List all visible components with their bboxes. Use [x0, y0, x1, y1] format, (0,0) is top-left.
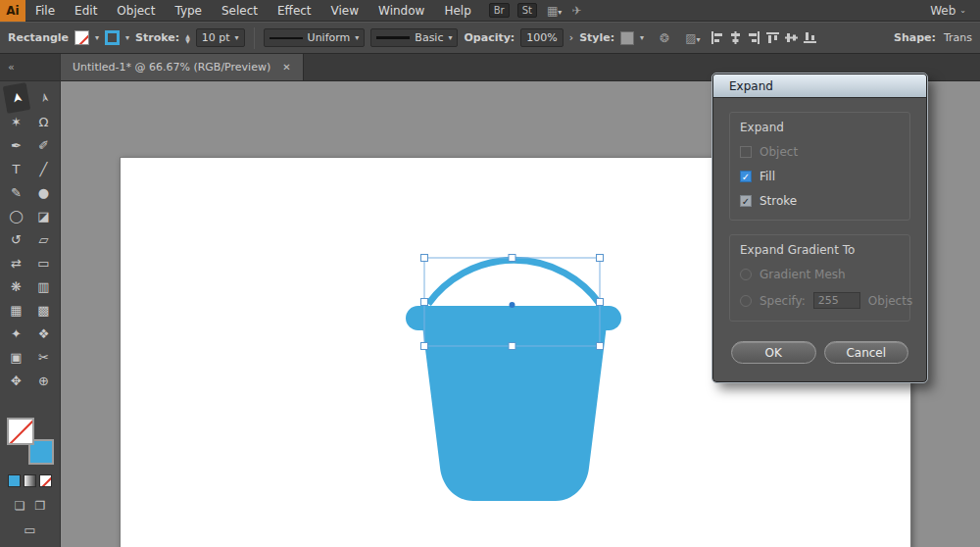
width-tool[interactable]: ⇄ [3, 251, 30, 274]
paintbrush-tool[interactable]: ✐ [30, 133, 58, 157]
opacity-dropdown[interactable]: 100% [520, 28, 563, 47]
align-bottom-icon[interactable] [804, 31, 817, 45]
eyedropper-tool[interactable]: ✦ [3, 322, 30, 345]
fill-color-swatch[interactable] [7, 418, 34, 445]
menu-type[interactable]: Type [165, 4, 212, 18]
type-tool[interactable]: T [3, 157, 30, 180]
close-icon[interactable]: ✕ [282, 62, 290, 73]
scale-tool[interactable]: ▱ [30, 227, 58, 251]
menu-edit[interactable]: Edit [65, 4, 107, 18]
graph-tool[interactable]: ▥ [30, 274, 58, 298]
mesh-tool[interactable]: ▦ [3, 298, 30, 322]
menu-window[interactable]: Window [368, 4, 434, 18]
blend-tool[interactable]: ❖ [30, 322, 58, 345]
draw-behind-icon[interactable]: ❐ [35, 499, 46, 513]
cancel-button[interactable]: Cancel [824, 341, 909, 364]
specify-radio[interactable] [740, 295, 752, 307]
ok-button[interactable]: OK [731, 341, 816, 364]
menu-help[interactable]: Help [434, 4, 480, 18]
menu-file[interactable]: File [25, 4, 65, 18]
option-object[interactable]: Object [740, 145, 900, 159]
zoom-tool[interactable]: ⊕ [30, 369, 58, 392]
stepper-down-icon[interactable]: ▼ [185, 38, 190, 43]
workspace-switcher[interactable]: Web ⌄ [930, 4, 980, 18]
stroke-swatch[interactable] [105, 30, 120, 45]
align-right-icon[interactable] [748, 31, 761, 45]
stroke-caret-icon[interactable]: ▾ [125, 33, 129, 42]
transform-button[interactable]: Trans [944, 31, 972, 44]
style-caret-icon[interactable]: ▾ [640, 33, 644, 42]
artboard-tool[interactable]: ▣ [3, 345, 30, 369]
blob-brush-tool[interactable]: ● [30, 180, 58, 204]
color-mode-row [0, 474, 60, 487]
option-fill[interactable]: ✓ Fill [740, 170, 900, 183]
menu-effect[interactable]: Effect [268, 4, 321, 18]
dialog-title-bar[interactable]: Expand [713, 75, 926, 98]
collapse-panel-icon[interactable]: « [8, 61, 15, 74]
option-specify[interactable]: Specify: Objects [740, 292, 900, 309]
hand-tool[interactable]: ✥ [3, 369, 30, 392]
style-swatch[interactable] [620, 31, 634, 45]
bridge-button[interactable]: Br [489, 3, 510, 18]
style-label: Style: [579, 31, 614, 44]
stroke-checkbox[interactable]: ✓ [740, 195, 752, 207]
arrange-documents-icon[interactable]: ▦▾ [547, 4, 562, 18]
document-setup-icon[interactable]: ▨▾ [685, 31, 700, 45]
specify-input[interactable] [813, 292, 860, 309]
object-checkbox[interactable] [740, 146, 752, 158]
option-gradient-mesh[interactable]: Gradient Mesh [740, 268, 900, 281]
stroke-stepper[interactable]: ▲ ▼ [185, 33, 190, 43]
stroke-weight-dropdown[interactable]: 10 pt ▾ [196, 28, 245, 47]
color-button[interactable] [8, 474, 21, 487]
menu-view[interactable]: View [321, 4, 368, 18]
line-segment-tool[interactable]: ╱ [30, 157, 58, 180]
launch-icon[interactable]: ✈ [571, 4, 581, 18]
workspace-label: Web [930, 4, 956, 18]
expand-options-group: Expand Object ✓ Fill ✓ Stroke [729, 112, 910, 221]
rotate-tool[interactable]: ↺ [3, 227, 30, 251]
gradient-button[interactable] [24, 474, 36, 487]
expand-section-label: Expand [740, 121, 900, 134]
fill-label: Fill [760, 170, 775, 183]
menubar: Ai File Edit Object Type Select Effect V… [0, 0, 980, 22]
chevron-down-icon: ▾ [448, 33, 452, 42]
fill-checkbox[interactable]: ✓ [740, 171, 752, 182]
slice-tool[interactable]: ✂ [30, 345, 58, 369]
app-logo-icon: Ai [0, 0, 25, 22]
option-stroke[interactable]: ✓ Stroke [740, 194, 900, 208]
chevron-down-icon: ▾ [355, 33, 359, 42]
align-left-icon[interactable] [710, 31, 724, 45]
direct-selection-tool[interactable]: ➢ [29, 82, 57, 114]
magic-wand-tool[interactable]: ✶ [3, 110, 30, 133]
none-button[interactable] [39, 474, 52, 487]
draw-normal-icon[interactable]: ❏ [15, 499, 25, 513]
eraser-tool[interactable]: ◪ [30, 204, 58, 227]
pen-tool[interactable]: ✒ [3, 133, 30, 157]
selection-tool[interactable]: ➤ [2, 82, 29, 114]
gradient-mesh-radio[interactable] [740, 269, 752, 280]
opacity-more-icon[interactable]: › [569, 31, 573, 44]
gradient-tool[interactable]: ▩ [30, 298, 58, 322]
align-top-icon[interactable] [766, 31, 780, 45]
symbol-sprayer-tool[interactable]: ❋ [3, 274, 30, 298]
screen-mode-row: ▭ [0, 522, 60, 537]
align-middle-icon[interactable] [785, 31, 799, 45]
ellipse-tool[interactable]: ◯ [3, 204, 30, 227]
align-center-icon[interactable] [729, 31, 743, 45]
fill-swatch[interactable] [74, 30, 89, 45]
menu-object[interactable]: Object [107, 4, 165, 18]
width-profile-dropdown[interactable]: Uniform ▾ [264, 28, 366, 47]
stroke-label: Stroke [760, 194, 797, 208]
document-tab[interactable]: Untitled-1* @ 66.67% (RGB/Preview) ✕ [61, 54, 304, 80]
globe-icon[interactable]: ❂ [660, 31, 669, 45]
opacity-label: Opacity: [464, 31, 514, 44]
menu-select[interactable]: Select [212, 4, 268, 18]
fill-caret-icon[interactable]: ▾ [95, 33, 99, 42]
chevron-down-icon: ⌄ [959, 6, 966, 15]
screen-mode-icon[interactable]: ▭ [24, 522, 35, 537]
brush-dropdown[interactable]: Basic ▾ [370, 28, 458, 47]
control-bar: Rectangle ▾ ▾ Stroke: ▲ ▼ 10 pt ▾ Unifor… [0, 22, 980, 54]
pencil-tool[interactable]: ✎ [3, 180, 30, 204]
free-transform-tool[interactable]: ▭ [30, 251, 58, 274]
stock-button[interactable]: St [517, 3, 537, 18]
